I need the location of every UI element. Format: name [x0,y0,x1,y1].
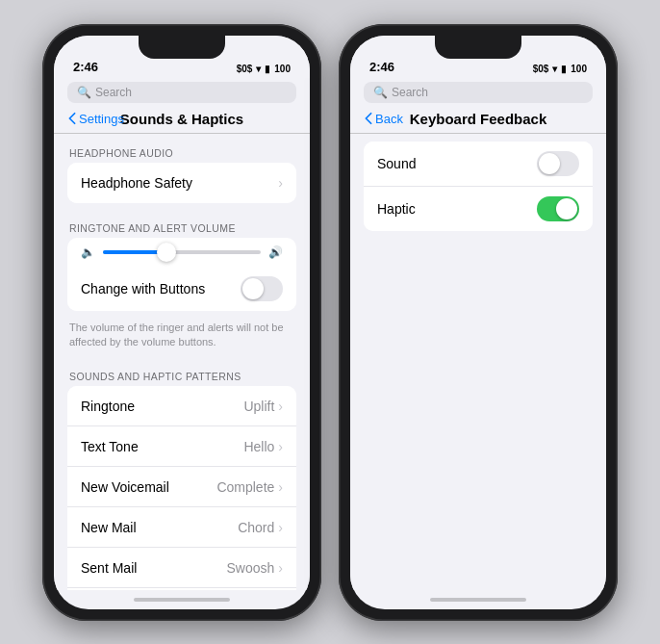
notch-2 [435,36,521,59]
change-buttons-toggle[interactable] [241,276,283,301]
time-1: 2:46 [73,60,98,74]
headphone-safety-label: Headphone Safety [81,175,278,191]
phone-1: 2:46 $0$ ▾ ▮ 100 🔍 Search Settings Sound… [42,24,321,621]
time-2: 2:46 [369,60,394,74]
sounds-card: Ringtone Uplift › Text Tone Hello › New … [67,386,296,589]
wifi-icon-1: ▾ [256,64,261,74]
ringtone-item[interactable]: Ringtone Uplift › [67,386,296,426]
back-button-2[interactable]: Back [364,112,403,126]
sound-toggle[interactable] [537,151,579,176]
home-indicator-1 [134,598,230,602]
volume-card: 🔈 🔊 Change with Buttons [67,238,296,311]
signal-text-2: $0$ [533,64,549,74]
home-indicator-2 [430,598,526,602]
search-mini-1[interactable]: 🔍 Search [67,82,296,103]
search-icon-1: 🔍 [77,86,91,99]
search-mini-2[interactable]: 🔍 Search [364,82,593,103]
bottom-bar-2 [350,590,606,609]
sent-mail-label: Sent Mail [81,560,227,576]
back-label-1: Settings [79,112,124,126]
search-icon-2: 🔍 [373,86,388,99]
nav-bar-1: Settings Sounds & Haptics [54,109,310,134]
volume-high-icon: 🔊 [268,245,283,259]
phone-2: 2:46 $0$ ▾ ▮ 100 🔍 Search Back Keyboard … [339,24,618,621]
ringtone-chevron: › [278,399,283,414]
status-icons-2: $0$ ▾ ▮ 100 [533,64,587,74]
volume-track[interactable] [103,250,261,254]
wifi-icon-2: ▾ [552,64,557,74]
headphone-card: Headphone Safety › [67,163,296,203]
content-1: Headphone Audio Headphone Safety › Ringt… [54,134,310,590]
text-tone-chevron: › [278,439,283,454]
sound-item[interactable]: Sound [364,142,593,187]
battery-pct-2: 100 [571,64,587,74]
bottom-bar-1 [54,590,310,609]
new-mail-value: Chord [238,520,274,535]
text-tone-value: Hello [243,439,274,454]
status-icons-1: $0$ ▾ ▮ 100 [237,64,291,74]
haptic-item[interactable]: Haptic [364,187,593,231]
headphone-safety-item[interactable]: Headphone Safety › [67,163,296,203]
sent-mail-chevron: › [278,560,283,576]
search-label-2: Search [392,86,428,99]
nav-title-2: Keyboard Feedback [410,111,547,127]
search-label-1: Search [95,86,132,99]
new-mail-item[interactable]: New Mail Chord › [67,507,296,548]
notch [139,36,225,59]
sound-knob [539,153,560,174]
volume-helper: The volume of the ringer and alerts will… [54,317,310,358]
ringtone-label: Ringtone [81,399,243,414]
back-button-1[interactable]: Settings [67,112,124,126]
section-sounds-header: Sounds and Haptic Patterns [54,357,310,386]
change-buttons-label: Change with Buttons [81,281,241,296]
new-mail-chevron: › [278,520,283,535]
nav-bar-2: Back Keyboard Feedback [350,109,606,134]
new-voicemail-label: New Voicemail [81,479,216,495]
battery-icon-1: ▮ [265,64,270,74]
volume-slider-row[interactable]: 🔈 🔊 [67,238,296,267]
content-2: Sound Haptic [350,134,606,590]
volume-thumb[interactable] [157,243,176,262]
nav-title-1: Sounds & Haptics [120,111,243,127]
sound-label: Sound [377,156,537,171]
haptic-label: Haptic [377,201,537,217]
sent-mail-item[interactable]: Sent Mail Swoosh › [67,548,296,588]
volume-low-icon: 🔈 [81,245,95,259]
sent-mail-value: Swoosh [227,560,275,576]
new-voicemail-chevron: › [278,479,283,495]
new-voicemail-item[interactable]: New Voicemail Complete › [67,467,296,507]
signal-text-1: $0$ [237,64,253,74]
change-buttons-item[interactable]: Change with Buttons [67,267,296,311]
section-headphone-header: Headphone Audio [54,134,310,163]
text-tone-item[interactable]: Text Tone Hello › [67,426,296,467]
text-tone-label: Text Tone [81,439,243,454]
battery-pct-1: 100 [274,64,291,74]
keyboard-feedback-card: Sound Haptic [364,142,593,231]
ringtone-value: Uplift [243,399,274,414]
haptic-toggle[interactable] [537,196,579,221]
back-label-2: Back [375,112,403,126]
change-buttons-knob [242,278,264,299]
calendar-alerts-item[interactable]: Calendar Alerts Chord › [67,588,296,589]
haptic-knob [556,198,577,219]
section-volume-header: Ringtone and Alert Volume [54,209,310,238]
new-mail-label: New Mail [81,520,238,535]
headphone-safety-chevron: › [278,175,283,191]
battery-icon-2: ▮ [561,64,567,74]
new-voicemail-value: Complete [216,479,274,495]
